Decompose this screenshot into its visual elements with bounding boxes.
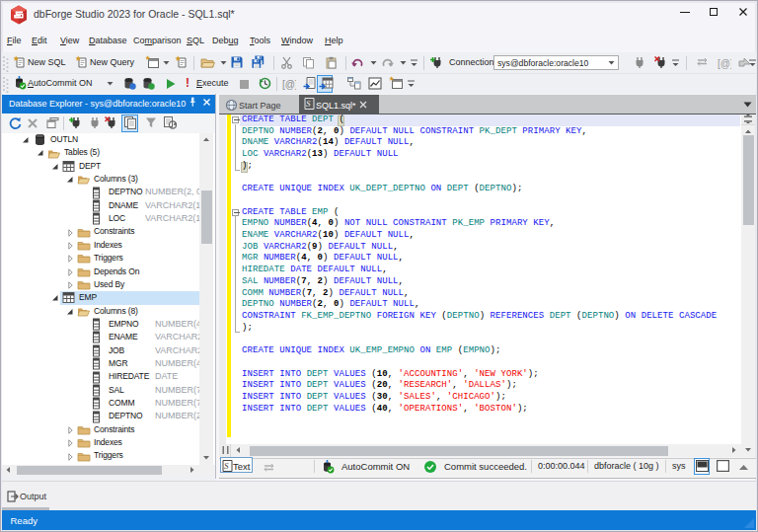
svg-text:[@]: [@]	[718, 58, 731, 69]
svg-text:S: S	[224, 461, 229, 471]
svg-text:[@]: [@]	[282, 79, 296, 90]
svg-text:S: S	[306, 99, 311, 109]
